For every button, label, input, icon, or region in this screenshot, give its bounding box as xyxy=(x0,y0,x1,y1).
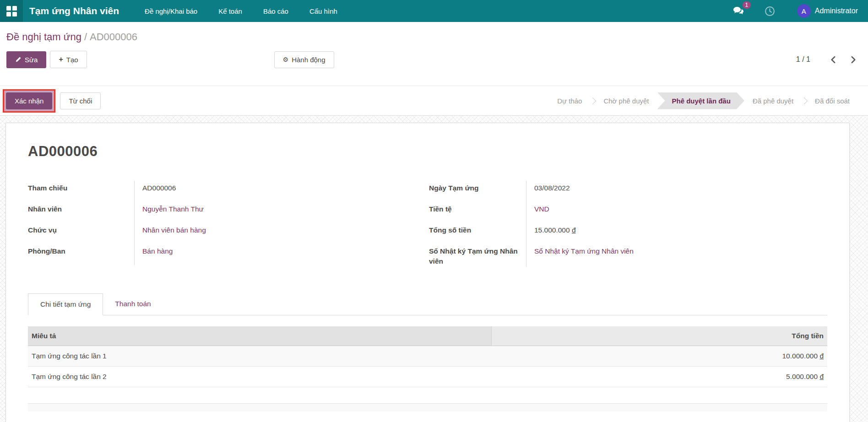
edit-button[interactable]: Sửa xyxy=(6,51,46,68)
navbar-menus: Đề nghị/Khai báo Kế toán Báo cáo Cấu hìn… xyxy=(145,7,337,15)
control-panel-buttons: Sửa + Tạo ⚙ Hành động 1 / 1 xyxy=(6,51,857,68)
sheet-background: AD000006 Tham chiếu AD000006 Nhân viên N… xyxy=(0,116,868,422)
state-phe-duyet-lan-dau[interactable]: Phê duyệt lần đầu xyxy=(657,92,744,109)
empty-table-row xyxy=(28,403,827,411)
field-value-ngay-tam-ung: 03/08/2022 xyxy=(526,181,827,202)
field-label-so-nhat-ky: Sổ Nhật ký Tạm ứng Nhân viên xyxy=(429,244,526,267)
action-button-label: Hành động xyxy=(292,56,325,64)
top-navbar: Tạm ứng Nhân viên Đề nghị/Khai báo Kế to… xyxy=(0,0,868,22)
state-du-thao[interactable]: Dự thảo xyxy=(550,97,589,105)
menu-bao-cao[interactable]: Báo cáo xyxy=(263,7,288,15)
state-da-phe-duyet[interactable]: Đã phê duyệt xyxy=(745,97,801,105)
field-row: Nhân viên Nguyễn Thanh Thư xyxy=(28,202,426,223)
cell-description: Tạm ứng công tác lần 1 xyxy=(28,346,492,366)
create-button-label: Tạo xyxy=(66,56,78,64)
table-row[interactable]: Tạm ứng công tác lần 1 10.000.000 đ xyxy=(28,346,827,366)
field-label-chuc-vu: Chức vụ xyxy=(28,223,134,235)
annotation-highlight-box: Xác nhận xyxy=(3,89,55,113)
field-row: Phòng/Ban Bán hàng xyxy=(28,244,426,265)
user-name: Administrator xyxy=(815,7,858,15)
pager: 1 / 1 xyxy=(796,55,857,64)
cell-amount: 10.000.000 đ xyxy=(492,346,827,366)
form-sheet: AD000006 Tham chiếu AD000006 Nhân viên N… xyxy=(5,123,850,422)
apps-grid-icon xyxy=(6,6,17,16)
menu-cau-hinh[interactable]: Cấu hình xyxy=(309,7,337,15)
menu-ke-toan[interactable]: Kế toán xyxy=(218,7,242,15)
cell-description: Tạm ứng công tác lần 2 xyxy=(28,366,492,387)
notebook-tabs: Chi tiết tạm ứng Thanh toán xyxy=(28,293,827,315)
menu-de-nghi-khai-bao[interactable]: Đề nghị/Khai báo xyxy=(145,7,197,15)
reject-button-label: Từ chối xyxy=(69,97,92,105)
field-row: Chức vụ Nhân viên bán hàng xyxy=(28,223,426,244)
column-header-amount[interactable]: Tổng tiền xyxy=(492,326,827,346)
edit-button-label: Sửa xyxy=(25,56,38,64)
state-cho-phe-duyet[interactable]: Chờ phê duyệt xyxy=(596,97,656,105)
field-row: Tổng số tiền 15.000.000 đ xyxy=(429,223,827,244)
action-button[interactable]: ⚙ Hành động xyxy=(274,51,334,68)
field-value-so-nhat-ky-link[interactable]: Sổ Nhật ký Tạm ứng Nhân viên xyxy=(534,247,634,255)
pager-counter: 1 / 1 xyxy=(796,55,810,64)
field-label-tien-te: Tiền tệ xyxy=(429,202,526,214)
status-pipeline: Dự thảo Chờ phê duyệt Phê duyệt lần đầu … xyxy=(550,92,857,109)
chat-icon xyxy=(732,5,744,16)
breadcrumb-separator: / xyxy=(81,31,90,43)
field-value-tong-so-tien: 15.000.000 đ xyxy=(526,223,827,244)
field-label-phong-ban: Phòng/Ban xyxy=(28,244,134,256)
breadcrumb-current: AD000006 xyxy=(90,31,137,43)
column-header-description[interactable]: Miêu tả xyxy=(28,326,492,346)
apps-menu-button[interactable] xyxy=(0,0,23,22)
confirm-button-label: Xác nhận xyxy=(15,97,43,105)
field-value-tham-chieu: AD000006 xyxy=(134,181,426,202)
messages-button[interactable]: 1 xyxy=(732,5,744,16)
gear-icon: ⚙ xyxy=(283,56,289,63)
app-title: Tạm ứng Nhân viên xyxy=(29,5,119,16)
tab-chi-tiet-tam-ung[interactable]: Chi tiết tạm ứng xyxy=(28,293,103,315)
field-value-phong-ban-link[interactable]: Bán hàng xyxy=(142,247,173,255)
state-separator-icon xyxy=(801,97,808,104)
currency-symbol: đ xyxy=(819,352,824,360)
field-label-ngay-tam-ung: Ngày Tạm ứng xyxy=(429,181,526,193)
field-row: Tham chiếu AD000006 xyxy=(28,181,426,202)
plus-icon: + xyxy=(59,55,63,64)
table-header-row: Miêu tả Tổng tiền xyxy=(28,326,827,346)
field-groups: Tham chiếu AD000006 Nhân viên Nguyễn Tha… xyxy=(28,181,827,267)
messages-badge: 1 xyxy=(743,1,751,9)
field-value-tien-te-link[interactable]: VND xyxy=(534,205,549,213)
field-group-right: Ngày Tạm ứng 03/08/2022 Tiền tệ VND Tổng… xyxy=(429,181,827,267)
cell-amount: 5.000.000 đ xyxy=(492,366,827,387)
field-row: Ngày Tạm ứng 03/08/2022 xyxy=(429,181,827,202)
field-value-chuc-vu-link[interactable]: Nhân viên bán hàng xyxy=(142,226,206,234)
record-title: AD000006 xyxy=(28,143,827,160)
reject-button[interactable]: Từ chối xyxy=(60,92,101,109)
state-da-doi-soat[interactable]: Đã đối soát xyxy=(808,97,857,105)
clock-icon xyxy=(765,6,775,16)
field-value-nhan-vien-link[interactable]: Nguyễn Thanh Thư xyxy=(142,205,204,213)
state-separator-icon xyxy=(589,97,597,104)
currency-symbol: đ xyxy=(819,373,824,380)
create-button[interactable]: + Tạo xyxy=(50,51,87,68)
statusbar: Xác nhận Từ chối Dự thảo Chờ phê duyệt P… xyxy=(0,86,868,116)
table-row[interactable]: Tạm ứng công tác lần 2 5.000.000 đ xyxy=(28,366,827,387)
avatar: A xyxy=(797,4,811,18)
breadcrumb: Đề nghị tạm ứng/AD000006 xyxy=(6,31,857,43)
control-panel: Đề nghị tạm ứng/AD000006 Sửa + Tạo ⚙ Hàn… xyxy=(0,22,868,86)
field-label-nhan-vien: Nhân viên xyxy=(28,202,134,214)
chevron-right-icon[interactable] xyxy=(849,56,857,64)
tab-thanh-toan[interactable]: Thanh toán xyxy=(103,293,163,315)
field-row: Sổ Nhật ký Tạm ứng Nhân viên Sổ Nhật ký … xyxy=(429,244,827,267)
user-menu[interactable]: A Administrator xyxy=(797,4,858,18)
pencil-icon xyxy=(15,56,22,63)
currency-symbol: đ xyxy=(572,226,576,234)
field-group-left: Tham chiếu AD000006 Nhân viên Nguyễn Tha… xyxy=(28,181,426,267)
field-row: Tiền tệ VND xyxy=(429,202,827,223)
activities-button[interactable] xyxy=(765,6,775,16)
confirm-button[interactable]: Xác nhận xyxy=(6,92,52,109)
pager-arrows xyxy=(830,56,857,64)
field-label-tong-so-tien: Tổng số tiền xyxy=(429,223,526,235)
field-label-tham-chieu: Tham chiếu xyxy=(28,181,134,193)
chevron-left-icon[interactable] xyxy=(830,56,837,64)
empty-table-row xyxy=(28,387,827,403)
breadcrumb-parent-link[interactable]: Đề nghị tạm ứng xyxy=(6,31,81,43)
advance-lines-table: Miêu tả Tổng tiền Tạm ứng công tác lần 1… xyxy=(28,326,827,412)
